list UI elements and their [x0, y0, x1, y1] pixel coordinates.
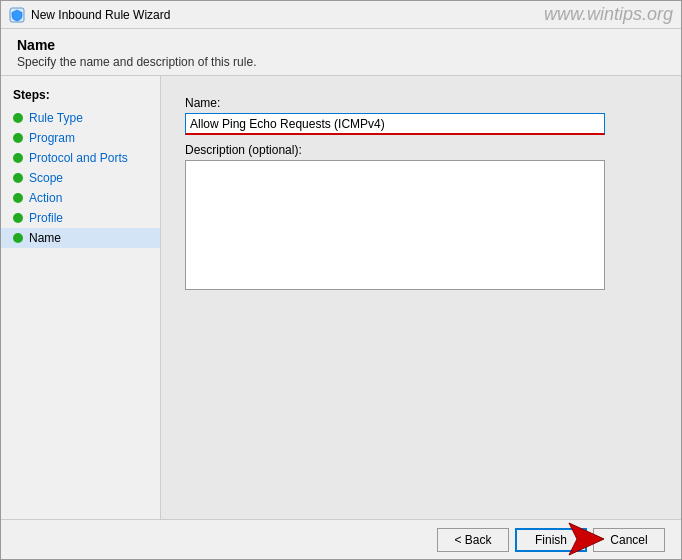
steps-sidebar: Steps: Rule Type Program Protocol and Po… — [1, 76, 161, 519]
sidebar-item-label-program: Program — [29, 131, 75, 145]
page-title: Name — [17, 37, 665, 53]
sidebar-item-profile[interactable]: Profile — [1, 208, 160, 228]
sidebar-item-label-rule-type: Rule Type — [29, 111, 83, 125]
step-dot-protocol-ports — [13, 153, 23, 163]
step-dot-action — [13, 193, 23, 203]
content-wrapper: Steps: Rule Type Program Protocol and Po… — [1, 76, 681, 519]
sidebar-item-label-name: Name — [29, 231, 61, 245]
sidebar-item-protocol-ports[interactable]: Protocol and Ports — [1, 148, 160, 168]
description-label: Description (optional): — [185, 143, 657, 157]
back-button[interactable]: < Back — [437, 528, 509, 552]
sidebar-item-label-action: Action — [29, 191, 62, 205]
watermark: www.wintips.org — [544, 4, 673, 25]
wizard-icon — [9, 7, 25, 23]
description-field-group: Description (optional): — [185, 143, 657, 290]
sidebar-item-action[interactable]: Action — [1, 188, 160, 208]
step-dot-scope — [13, 173, 23, 183]
page-header: Name Specify the name and description of… — [1, 29, 681, 76]
title-bar-text: New Inbound Rule Wizard — [31, 8, 170, 22]
name-input[interactable] — [185, 113, 605, 135]
form-panel: Name: Description (optional): — [161, 76, 681, 519]
page-subtitle: Specify the name and description of this… — [17, 55, 665, 69]
name-field-group: Name: — [185, 96, 657, 135]
sidebar-item-label-scope: Scope — [29, 171, 63, 185]
sidebar-item-program[interactable]: Program — [1, 128, 160, 148]
sidebar-item-label-protocol-ports: Protocol and Ports — [29, 151, 128, 165]
step-dot-name — [13, 233, 23, 243]
step-dot-program — [13, 133, 23, 143]
sidebar-item-scope[interactable]: Scope — [1, 168, 160, 188]
description-textarea[interactable] — [185, 160, 605, 290]
sidebar-item-label-profile: Profile — [29, 211, 63, 225]
step-dot-rule-type — [13, 113, 23, 123]
footer: < Back Finish Cancel — [1, 519, 681, 559]
step-dot-profile — [13, 213, 23, 223]
wizard-window: New Inbound Rule Wizard www.wintips.org … — [0, 0, 682, 560]
finish-button[interactable]: Finish — [515, 528, 587, 552]
sidebar-item-name[interactable]: Name — [1, 228, 160, 248]
name-label: Name: — [185, 96, 657, 110]
title-bar: New Inbound Rule Wizard www.wintips.org — [1, 1, 681, 29]
steps-label: Steps: — [1, 84, 160, 108]
cancel-button[interactable]: Cancel — [593, 528, 665, 552]
sidebar-item-rule-type[interactable]: Rule Type — [1, 108, 160, 128]
